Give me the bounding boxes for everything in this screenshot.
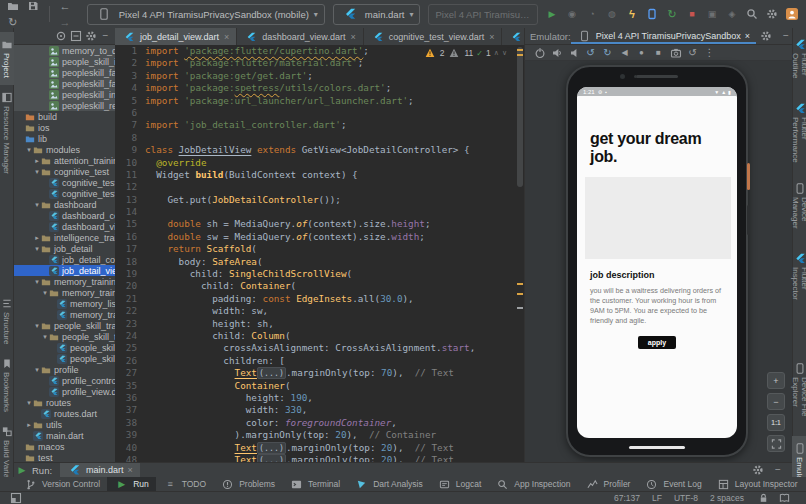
tree-item-utils[interactable]: ▸utils: [14, 419, 115, 430]
editor-tab-cognitive_test_view.dart[interactable]: cognitive_test_view.dart×: [364, 28, 503, 45]
toolwindow-switcher-icon[interactable]: [10, 492, 22, 504]
tree-item-profile_view.dart[interactable]: profile_view.dart: [14, 386, 115, 397]
next-warning-icon[interactable]: ∨: [502, 49, 507, 57]
toolwindow-button-app-inspection[interactable]: App Inspection: [488, 477, 577, 491]
volume-down-icon[interactable]: [567, 46, 580, 59]
tree-item-test[interactable]: test: [14, 452, 115, 462]
stripe-item-project[interactable]: Project: [0, 32, 14, 85]
device-selector[interactable]: Pixel 4 API TiramisuPrivacySandbox (mobi…: [87, 4, 325, 25]
tree-item-dashboard_view.d[interactable]: dashboard_view.d: [14, 221, 115, 232]
project-tree[interactable]: memory_to_do_list_tpeople_skill_icon.png…: [14, 45, 115, 462]
tree-item-memory_training_[interactable]: ▾memory_training_: [14, 287, 115, 298]
tree-item-profile[interactable]: ▾profile: [14, 364, 115, 375]
toolwindow-button-problems[interactable]: Problems: [213, 477, 282, 491]
tree-item-attention_training[interactable]: ▸attention_training: [14, 155, 115, 166]
toolwindow-button-logcat[interactable]: Logcat: [430, 477, 489, 491]
tree-item-job_detail[interactable]: ▾job_detail: [14, 243, 115, 254]
indent-setting[interactable]: 2 spaces: [710, 493, 744, 503]
toolwindow-button-profiler[interactable]: Profiler: [578, 477, 638, 491]
chevron-down-icon[interactable]: ▾: [25, 146, 33, 154]
nav-overview-icon[interactable]: ■: [652, 46, 665, 59]
tree-item-memory_list_v[interactable]: memory_list_v: [14, 298, 115, 309]
devtools-icon[interactable]: [644, 6, 660, 22]
zoom-reset-button[interactable]: 1:1: [767, 414, 785, 431]
tree-item-ios[interactable]: ios: [14, 122, 115, 133]
editor-tab-dashboard_view.dart[interactable]: dashboard_view.dart×: [237, 28, 363, 45]
tree-item-peopleskill_face_fact[interactable]: peopleskill_face_fact: [14, 67, 115, 78]
tree-item-intelligence_training[interactable]: ▸intelligence_training: [14, 232, 115, 243]
stripe-item-structure[interactable]: Structure: [0, 291, 14, 351]
nav-back-icon[interactable]: ◀: [618, 46, 631, 59]
fit-screen-button[interactable]: [767, 435, 785, 452]
tree-item-people_skill_tr[interactable]: people_skill_tr: [14, 342, 115, 353]
toolwindow-button-todo[interactable]: ≡TODO: [156, 477, 213, 491]
chevron-down-icon[interactable]: ▾: [33, 366, 41, 374]
editor-tab-people_skill_training_list_controller.dart[interactable]: people_skill_training_list_controller.da…: [502, 28, 524, 45]
run-tab-main-dart[interactable]: main.dart ×: [60, 463, 140, 477]
close-icon[interactable]: ×: [224, 32, 229, 42]
chevron-down-icon[interactable]: ▾: [33, 201, 41, 209]
stop-icon[interactable]: ■: [684, 6, 700, 22]
chevron-down-icon[interactable]: ▾: [33, 245, 41, 253]
tree-item-people_skill_icon.png[interactable]: people_skill_icon.png: [14, 56, 115, 67]
tree-item-job_detail_view.da[interactable]: job_detail_view.da: [14, 265, 115, 276]
volume-up-icon[interactable]: [550, 46, 563, 59]
nav-home-icon[interactable]: ●: [635, 46, 648, 59]
stripe-item-bookmarks[interactable]: Bookmarks: [0, 351, 14, 419]
chevron-down-icon[interactable]: ▾: [41, 289, 49, 297]
tree-item-people_skill_training[interactable]: ▾people_skill_training: [14, 320, 115, 331]
run-config-selector[interactable]: main.dart▾: [333, 4, 421, 25]
tree-item-peopleskill_recogniti[interactable]: peopleskill_recogniti: [14, 100, 115, 111]
gear-icon[interactable]: [84, 30, 97, 43]
search-icon[interactable]: [744, 6, 760, 22]
tree-item-main.dart[interactable]: main.dart: [14, 430, 115, 441]
chevron-down-icon[interactable]: ▾: [25, 399, 33, 407]
tree-item-lib[interactable]: lib: [14, 133, 115, 144]
stripe-item-device-file-explorer[interactable]: Device File Explorer: [791, 356, 806, 436]
screenshot-icon[interactable]: [669, 46, 682, 59]
caret-position[interactable]: 67:137: [614, 493, 640, 503]
zoom-in-button[interactable]: +: [767, 372, 785, 389]
line-ending[interactable]: LF: [652, 493, 662, 503]
tree-item-people_skill_trai[interactable]: ▾people_skill_trai: [14, 331, 115, 342]
file-encoding[interactable]: UTF-8: [674, 493, 698, 503]
stripe-item-flutter-outline[interactable]: Flutter Outline: [791, 32, 806, 96]
toolwindow-button-run[interactable]: ▶Run: [107, 477, 156, 491]
back-icon[interactable]: ←: [57, 0, 73, 14]
apply-button[interactable]: apply: [638, 336, 676, 349]
tree-item-routes.dart[interactable]: routes.dart: [14, 408, 115, 419]
tree-item-peopleskill_face_to_t[interactable]: peopleskill_face_to_t: [14, 78, 115, 89]
toolwindow-button-terminal[interactable]: Terminal: [282, 477, 347, 491]
toolwindow-button-layout-inspector[interactable]: Layout Inspector: [709, 477, 805, 491]
tree-item-modules[interactable]: ▾modules: [14, 144, 115, 155]
stripe-item-flutter-inspector[interactable]: Flutter Inspector: [791, 246, 806, 316]
chevron-right-icon[interactable]: ▸: [25, 421, 33, 429]
rotate-right-icon[interactable]: ↻: [601, 46, 614, 59]
tree-item-job_detail_control[interactable]: job_detail_control: [14, 254, 115, 265]
editor-scrollbar[interactable]: [515, 45, 524, 462]
chevron-right-icon[interactable]: ▸: [33, 157, 41, 165]
readmode-icon[interactable]: [779, 493, 790, 504]
editor-tab-job_detail_view.dart[interactable]: job_detail_view.dart×: [115, 28, 237, 45]
attach-debugger-icon[interactable]: ▣: [704, 6, 720, 22]
profile-icon[interactable]: ◔: [584, 6, 600, 22]
avatar[interactable]: [784, 6, 800, 22]
run-icon[interactable]: ▶: [544, 6, 560, 22]
tree-item-memory_traini[interactable]: memory_traini: [14, 309, 115, 320]
tree-item-cognitive_test_co[interactable]: cognitive_test_co: [14, 177, 115, 188]
gear-icon[interactable]: [758, 28, 774, 44]
stripe-item-device-manager[interactable]: Device Manager: [791, 176, 806, 246]
toolwindow-button-event-log[interactable]: Event Log: [637, 477, 708, 491]
zoom-out-button[interactable]: −: [767, 393, 785, 410]
stripe-item-flutter-performance[interactable]: Flutter Performance: [791, 96, 806, 176]
power-icon[interactable]: [533, 46, 546, 59]
chevron-down-icon[interactable]: ▾: [33, 168, 41, 176]
snapshot-icon[interactable]: ↺: [686, 46, 699, 59]
hot-restart-icon[interactable]: ↻: [664, 6, 680, 22]
lock-icon[interactable]: [758, 493, 769, 504]
chevron-down-icon[interactable]: ▾: [33, 322, 41, 330]
tree-item-macos[interactable]: macos: [14, 441, 115, 452]
inspections-widget[interactable]: 2 11 ✓1 ∧ ∨: [420, 47, 510, 59]
tree-item-dashboard[interactable]: ▾dashboard: [14, 199, 115, 210]
gear-icon[interactable]: [750, 462, 766, 478]
